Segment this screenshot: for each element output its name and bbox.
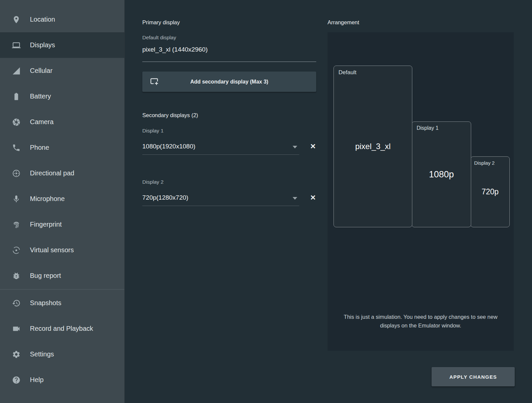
arrangement-default-display[interactable]: Default pixel_3_xl [333,66,412,227]
sidebar-item-label: Virtual sensors [30,246,74,254]
sidebar-item-directional-pad[interactable]: Directional pad [0,160,124,186]
snapshots-history-icon [12,299,21,307]
fingerprint-icon [12,220,21,229]
remove-display2-button[interactable]: ✕ [309,193,317,202]
sidebar-item-label: Displays [30,41,55,49]
arrangement-heading: Arrangement [328,19,514,26]
sidebar-item-label: Help [30,376,44,384]
sidebar-item-displays[interactable]: Displays [0,32,124,58]
displays-settings-panel: Primary display Default display pixel_3_… [142,0,316,206]
arrangement-display2-label: Display 2 [474,160,495,166]
sidebar-item-help[interactable]: Help [0,367,124,393]
sidebar-item-label: Microphone [30,195,65,203]
sidebar-item-label: Cellular [30,67,53,75]
sidebar-item-label: Camera [30,118,54,126]
battery-icon [12,92,21,101]
sidebar-item-phone[interactable]: Phone [0,135,124,160]
display1-label: Display 1 [142,128,316,134]
display2-group: Display 2 720p(1280x720) ✕ [142,179,316,206]
sidebar-item-virtual-sensors[interactable]: Virtual sensors [0,237,124,263]
sidebar-item-camera[interactable]: Camera [0,109,124,135]
primary-display-heading: Primary display [142,19,316,26]
sidebar-item-bug-report[interactable]: Bug report [0,263,124,289]
cellular-signal-icon [12,67,21,75]
sidebar-item-settings[interactable]: Settings [0,341,124,367]
settings-gear-icon [12,350,21,359]
default-display-label: Default display [142,35,316,41]
record-playback-icon [12,324,21,333]
arrangement-display2-value: 720p [481,187,498,196]
sidebar-item-location[interactable]: Location [0,7,124,32]
dpad-icon [12,169,21,178]
camera-shutter-icon [12,118,21,126]
arrangement-display1[interactable]: Display 1 1080p [412,121,471,227]
arrangement-section: Arrangement Default pixel_3_xl Display 1… [328,0,514,351]
default-display-value: pixel_3_xl (1440x2960) [142,46,316,62]
sidebar-item-label: Snapshots [30,299,62,307]
simulation-note: This is just a simulation. You need to a… [341,313,500,330]
add-secondary-display-label: Add secondary display (Max 3) [190,79,268,85]
remove-display1-button[interactable]: ✕ [309,142,317,150]
sidebar-item-fingerprint[interactable]: Fingerprint [0,212,124,237]
bug-icon [12,272,21,280]
display1-resolution-value: 1080p(1920x1080) [142,143,196,150]
sidebar-item-label: Fingerprint [30,221,62,228]
sidebar-item-label: Bug report [30,272,61,280]
sidebar: Location Displays Cellular Battery Camer [0,0,125,403]
arrangement-display1-value: 1080p [429,169,454,180]
arrangement-display2[interactable]: Display 2 720p [470,156,510,227]
display2-label: Display 2 [142,179,316,185]
sidebar-item-snapshots[interactable]: Snapshots [0,290,124,316]
display1-resolution-select[interactable]: 1080p(1920x1080) ✕ [142,143,299,155]
location-pin-icon [12,15,21,24]
virtual-sensors-icon [12,246,21,255]
sidebar-item-cellular[interactable]: Cellular [0,58,124,84]
microphone-icon [12,195,21,203]
displays-icon [12,41,21,50]
arrangement-panel: Default pixel_3_xl Display 1 1080p Displ… [328,32,514,351]
display1-group: Display 1 1080p(1920x1080) ✕ [142,128,316,155]
sidebar-item-label: Record and Playback [30,325,93,332]
display2-resolution-select[interactable]: 720p(1280x720) ✕ [142,194,299,206]
sidebar-item-label: Phone [30,144,49,151]
sidebar-item-record-playback[interactable]: Record and Playback [0,316,124,341]
sidebar-item-label: Location [30,16,55,23]
sidebar-item-label: Directional pad [30,169,74,177]
sidebar-item-label: Settings [30,350,54,358]
sidebar-item-microphone[interactable]: Microphone [0,186,124,212]
secondary-displays-heading: Secondary displays (2) [142,112,316,118]
apply-changes-button[interactable]: APPLY CHANGES [432,367,515,386]
sidebar-divider [0,289,124,290]
phone-icon [12,143,21,152]
arrangement-default-value: pixel_3_xl [355,142,391,151]
chevron-down-icon [293,197,297,200]
arrangement-display1-label: Display 1 [417,125,439,131]
arrangement-default-label: Default [338,69,356,76]
chevron-down-icon [293,146,297,148]
add-display-icon [150,77,160,87]
help-icon [12,376,21,384]
add-secondary-display-button[interactable]: Add secondary display (Max 3) [142,72,316,92]
display2-resolution-value: 720p(1280x720) [142,194,188,201]
sidebar-item-battery[interactable]: Battery [0,84,124,109]
sidebar-item-label: Battery [30,93,51,100]
